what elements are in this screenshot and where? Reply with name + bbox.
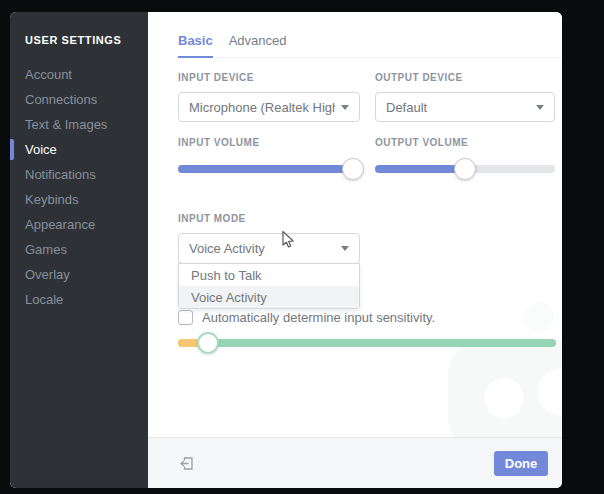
watermark-circle bbox=[538, 368, 562, 416]
output-volume-label: OUTPUT VOLUME bbox=[375, 137, 555, 148]
sidebar-item-label: Appearance bbox=[25, 217, 95, 232]
sidebar-item-appearance[interactable]: Appearance bbox=[10, 212, 148, 237]
tab-advanced[interactable]: Advanced bbox=[229, 33, 287, 58]
logout-button[interactable] bbox=[178, 454, 196, 472]
sidebar-nav: Account Connections Text & Images Voice … bbox=[10, 62, 148, 312]
sidebar-item-label: Account bbox=[25, 67, 72, 82]
device-labels-row: INPUT DEVICE OUTPUT DEVICE bbox=[178, 72, 562, 83]
input-device-label: INPUT DEVICE bbox=[178, 72, 360, 83]
output-device-label: OUTPUT DEVICE bbox=[375, 72, 555, 83]
input-mode-label: INPUT MODE bbox=[178, 213, 562, 224]
sidebar-item-voice[interactable]: Voice bbox=[10, 137, 148, 162]
output-volume-handle[interactable] bbox=[454, 158, 476, 180]
slider-fill bbox=[178, 165, 353, 173]
output-device-select[interactable]: Default bbox=[375, 92, 555, 122]
input-volume-label: INPUT VOLUME bbox=[178, 137, 360, 148]
sidebar-item-label: Voice bbox=[25, 142, 57, 157]
output-device-value: Default bbox=[386, 100, 530, 115]
sidebar-item-notifications[interactable]: Notifications bbox=[10, 162, 148, 187]
sidebar-item-locale[interactable]: Locale bbox=[10, 287, 148, 312]
output-volume-slider[interactable] bbox=[375, 165, 555, 173]
sidebar-item-account[interactable]: Account bbox=[10, 62, 148, 87]
input-device-value: Microphone (Realtek High De... bbox=[189, 100, 335, 115]
sidebar-item-connections[interactable]: Connections bbox=[10, 87, 148, 112]
sidebar-item-games[interactable]: Games bbox=[10, 237, 148, 262]
sidebar-item-keybinds[interactable]: Keybinds bbox=[10, 187, 148, 212]
input-mode-select-wrap: Voice Activity Push to Talk Voice Activi… bbox=[178, 233, 360, 264]
input-volume-slider[interactable] bbox=[178, 165, 360, 173]
input-device-select[interactable]: Microphone (Realtek High De... bbox=[178, 92, 360, 122]
voice-settings-panel: Basic Advanced INPUT DEVICE OUTPUT DEVIC… bbox=[148, 12, 562, 488]
auto-sensitivity-label: Automatically determine input sensitivit… bbox=[202, 310, 435, 325]
sidebar-item-label: Games bbox=[25, 242, 67, 257]
sensitivity-handle[interactable] bbox=[197, 332, 219, 354]
sidebar-item-label: Text & Images bbox=[25, 117, 107, 132]
tab-basic[interactable]: Basic bbox=[178, 33, 213, 58]
input-mode-dropdown: Push to Talk Voice Activity bbox=[178, 263, 360, 309]
auto-sensitivity-checkbox[interactable] bbox=[178, 310, 193, 325]
sidebar-item-label: Locale bbox=[25, 292, 63, 307]
chevron-down-icon bbox=[341, 105, 349, 110]
input-mode-value: Voice Activity bbox=[189, 241, 335, 256]
done-button[interactable]: Done bbox=[494, 451, 548, 476]
input-volume-handle[interactable] bbox=[342, 158, 364, 180]
input-mode-select[interactable]: Voice Activity bbox=[178, 233, 360, 264]
sidebar-item-label: Connections bbox=[25, 92, 97, 107]
screen: USER SETTINGS Account Connections Text &… bbox=[0, 0, 604, 494]
sidebar-item-label: Keybinds bbox=[25, 192, 78, 207]
chevron-down-icon bbox=[536, 105, 544, 110]
slider-fill bbox=[375, 165, 465, 173]
volume-sliders-row bbox=[178, 148, 562, 173]
tab-bar: Basic Advanced bbox=[178, 12, 562, 58]
auto-sensitivity-row: Automatically determine input sensitivit… bbox=[178, 310, 562, 325]
sidebar-item-overlay[interactable]: Overlay bbox=[10, 262, 148, 287]
sidebar: USER SETTINGS Account Connections Text &… bbox=[10, 12, 148, 488]
logout-icon bbox=[178, 455, 195, 472]
sidebar-item-label: Notifications bbox=[25, 167, 96, 182]
user-settings-window: USER SETTINGS Account Connections Text &… bbox=[10, 12, 562, 488]
device-selects-row: Microphone (Realtek High De... Default bbox=[178, 83, 562, 122]
discord-watermark bbox=[448, 340, 562, 452]
footer-bar: Done bbox=[148, 437, 562, 488]
sidebar-item-text-and-images[interactable]: Text & Images bbox=[10, 112, 148, 137]
option-voice-activity[interactable]: Voice Activity bbox=[179, 286, 359, 308]
active-indicator bbox=[10, 139, 14, 160]
sidebar-header: USER SETTINGS bbox=[10, 28, 148, 62]
volume-labels-row: INPUT VOLUME OUTPUT VOLUME bbox=[178, 137, 562, 148]
watermark-circle bbox=[484, 378, 524, 418]
sidebar-item-label: Overlay bbox=[25, 267, 70, 282]
chevron-down-icon bbox=[341, 246, 349, 251]
option-push-to-talk[interactable]: Push to Talk bbox=[179, 264, 359, 286]
input-sensitivity-slider[interactable] bbox=[178, 339, 556, 347]
